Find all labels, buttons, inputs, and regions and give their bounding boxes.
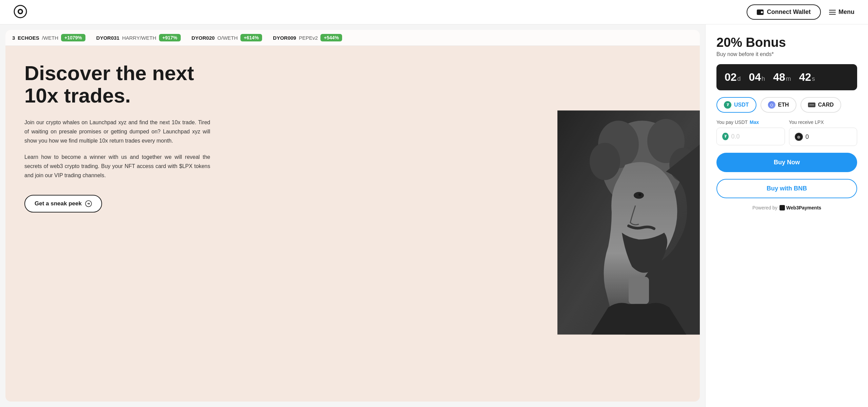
tab-card-label: CARD: [818, 102, 834, 108]
hero-portrait: [557, 43, 700, 402]
ticker-coin-3: DYOR020: [192, 35, 215, 41]
pay-amount-input[interactable]: [731, 133, 779, 140]
countdown-hours: 04 h: [749, 71, 765, 84]
tab-eth[interactable]: ⬡ ETH: [761, 97, 796, 113]
header-right: Connect Wallet Menu: [747, 4, 854, 20]
menu-button[interactable]: Menu: [829, 8, 854, 16]
logo: [14, 5, 27, 20]
ticker-coin-2: DYOR031: [96, 35, 119, 41]
usdt-icon: ₮: [724, 101, 731, 109]
tab-usdt-label: USDT: [734, 102, 749, 108]
countdown-days-label: d: [737, 75, 741, 82]
connect-wallet-label: Connect Wallet: [767, 8, 811, 16]
ticker-pair-2: HARRY/WETH: [122, 35, 156, 41]
pay-usdt-icon: ₮: [722, 133, 729, 140]
ticker-badge-4: +544%: [320, 34, 342, 41]
tab-usdt[interactable]: ₮ USDT: [716, 97, 756, 113]
web3payments-logo: Web3Payments: [780, 205, 821, 210]
payment-tabs: ₮ USDT ⬡ ETH CARD: [716, 97, 857, 113]
countdown-hours-label: h: [762, 75, 765, 82]
right-panel: 20% Bonus Buy now before it ends* 02 d 0…: [705, 24, 868, 407]
ticker-pair-1: /WETH: [42, 35, 58, 41]
ticker-badge-1: +1079%: [61, 34, 85, 41]
tab-card[interactable]: CARD: [801, 97, 841, 113]
card-icon: [808, 103, 815, 107]
ticker-item-1: 3 ECHOES /WETH +1079%: [12, 34, 85, 41]
countdown-minutes-value: 48: [773, 71, 785, 84]
hero-title: Discover the next 10x trades.: [24, 62, 210, 107]
sneak-peek-label: Get a sneak peek: [35, 200, 82, 207]
connect-wallet-button[interactable]: Connect Wallet: [747, 4, 821, 20]
max-link[interactable]: Max: [750, 119, 759, 125]
web3payments-brand: Web3Payments: [786, 205, 821, 210]
ticker-coin-4: DYOR009: [273, 35, 296, 41]
receive-amount-value: 0: [806, 133, 809, 141]
countdown-seconds-value: 42: [799, 71, 811, 84]
countdown-timer: 02 d 04 h 48 m 42 s: [716, 64, 857, 90]
buy-bnb-label: Buy with BNB: [767, 185, 807, 192]
countdown-seconds: 42 s: [799, 71, 815, 84]
ticker-number-1: 3: [12, 35, 15, 41]
tab-eth-label: ETH: [778, 102, 789, 108]
header: Connect Wallet Menu: [0, 0, 868, 24]
ticker-badge-3: +614%: [240, 34, 262, 41]
ticker-item-3: DYOR020 O/WETH +614%: [192, 34, 262, 41]
pay-label-text: You pay USDT: [716, 119, 748, 125]
countdown-days-value: 02: [725, 71, 737, 84]
main-layout: 3 ECHOES /WETH +1079% DYOR031 HARRY/WETH…: [0, 24, 868, 407]
portrait-svg: [557, 43, 700, 402]
buy-bnb-button[interactable]: Buy with BNB: [716, 179, 857, 198]
lpx-icon: ◎: [795, 133, 803, 141]
countdown-seconds-label: s: [812, 75, 815, 82]
hero-content: Discover the next 10x trades. Join our c…: [5, 46, 229, 229]
hero-description-1: Join our crypto whales on Launchpad xyz …: [24, 118, 210, 146]
menu-icon: [829, 10, 836, 15]
countdown-minutes: 48 m: [773, 71, 791, 84]
bonus-header: 20% Bonus Buy now before it ends*: [716, 35, 857, 57]
ticker-coin-1: ECHOES: [18, 35, 39, 41]
countdown-hours-value: 04: [749, 71, 761, 84]
countdown-days: 02 d: [725, 71, 741, 84]
buy-now-button[interactable]: Buy Now: [716, 153, 857, 172]
buy-now-label: Buy Now: [774, 159, 800, 166]
ticker-item-2: DYOR031 HARRY/WETH +917%: [96, 34, 181, 41]
bonus-title: 20% Bonus: [716, 35, 857, 50]
pay-receive-row: You pay USDT Max ₮ You receive LPX ◎ 0: [716, 119, 857, 146]
pay-input-wrapper: ₮: [716, 128, 785, 145]
ticker-pair-3: O/WETH: [217, 35, 238, 41]
hero-description-2: Learn how to become a winner with us and…: [24, 152, 210, 180]
pay-field-group: You pay USDT Max ₮: [716, 119, 785, 145]
wallet-icon: [757, 10, 764, 15]
bonus-subtitle: Buy now before it ends*: [716, 51, 857, 57]
receive-field-group: You receive LPX ◎ 0: [789, 119, 857, 146]
svg-point-2: [19, 10, 22, 13]
sneak-peek-button[interactable]: Get a sneak peek: [24, 195, 102, 212]
svg-rect-13: [557, 111, 700, 335]
arrow-icon: [85, 200, 92, 207]
hero-section: 3 ECHOES /WETH +1079% DYOR031 HARRY/WETH…: [5, 30, 700, 402]
countdown-minutes-label: m: [786, 75, 791, 82]
powered-by-text: Powered by: [752, 205, 777, 210]
ticker-pair-4: PEPEv2: [299, 35, 318, 41]
menu-label: Menu: [839, 8, 854, 16]
receive-input-wrapper: ◎ 0: [789, 128, 857, 146]
pay-label: You pay USDT Max: [716, 119, 785, 125]
ticker-badge-2: +917%: [159, 34, 181, 41]
receive-label-text: You receive LPX: [789, 119, 824, 125]
ticker-item-4: DYOR009 PEPEv2 +544%: [273, 34, 342, 41]
powered-by: Powered by Web3Payments: [716, 205, 857, 210]
eth-icon: ⬡: [768, 101, 775, 109]
receive-label: You receive LPX: [789, 119, 857, 125]
web3payments-icon: [780, 205, 785, 210]
